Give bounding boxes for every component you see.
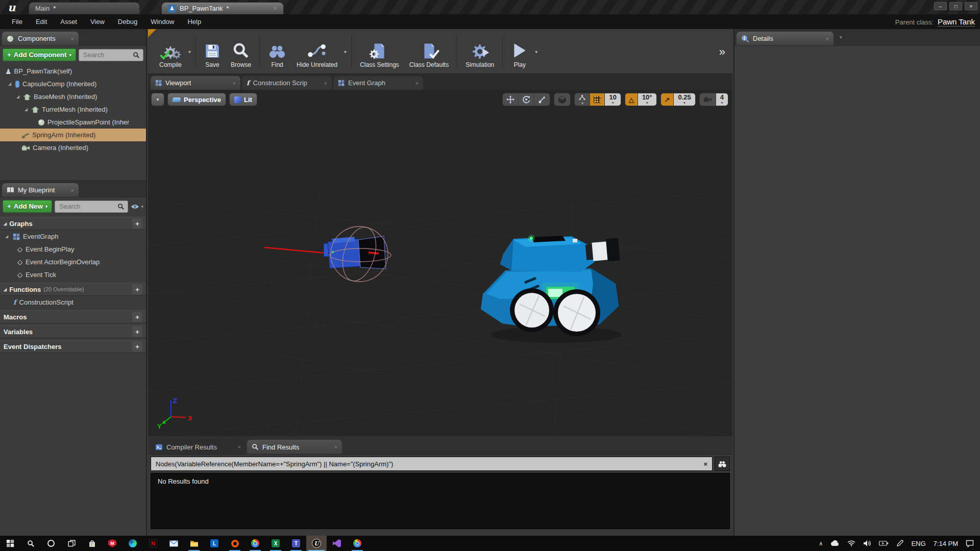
menu-file[interactable]: File [5,18,29,26]
tree-row-turretmesh[interactable]: ◢ TurretMesh (Inherited) [0,103,146,116]
simulation-button[interactable]: Simulation [460,31,499,72]
class-defaults-button[interactable]: Class Defaults [404,31,454,72]
move-tool-button[interactable] [503,93,518,106]
tray-expand-icon[interactable]: ∧ [819,540,823,547]
event-beginplay-row[interactable]: ◇ Event BeginPlay [0,243,146,256]
chrome-button[interactable] [245,536,265,551]
graphs-section-header[interactable]: ◢ Graphs + [0,217,146,230]
scale-snap-value-button[interactable]: 0.25▾ [673,93,695,106]
mail-button[interactable] [163,536,184,551]
battery-icon[interactable] [879,541,889,546]
maximize-button[interactable]: □ [949,2,962,10]
compile-button[interactable]: Compile [154,31,187,72]
rotate-tool-button[interactable] [518,93,534,106]
camera-speed-value-button[interactable]: 4▾ [716,93,728,106]
close-icon[interactable]: × [233,80,236,86]
netflix-button[interactable]: N [143,536,163,551]
asset-tab-main[interactable]: Main * [29,2,140,14]
excel-button[interactable]: X [265,536,286,551]
chrome-profile-button[interactable] [347,536,368,551]
find-button[interactable]: Find [263,31,291,72]
my-blueprint-tab[interactable]: My Blueprint × [2,183,79,197]
functions-section-header[interactable]: ◢ Functions (20 Overridable) + [0,283,146,296]
pen-icon[interactable] [896,540,903,547]
store-button[interactable] [82,536,102,551]
taskbar-search-button[interactable] [20,536,41,551]
tree-row-capsulecomp[interactable]: ◢ CapsuleComp (Inherited) [0,78,146,90]
file-explorer-button[interactable] [184,536,204,551]
visual-studio-button[interactable] [327,536,347,551]
hide-unrelated-button[interactable]: Hide Unrelated [291,31,342,72]
details-tab[interactable]: Details × [737,32,834,45]
asset-tab-bp-pawntank[interactable]: ♟ BP_PawnTank * × [161,2,284,14]
macros-section-header[interactable]: Macros + [0,310,146,323]
play-options-dropdown[interactable]: ▾ [533,49,539,55]
scale-tool-button[interactable] [534,93,550,106]
menu-view[interactable]: View [84,18,111,26]
close-icon[interactable]: × [826,36,829,42]
viewport-scene[interactable]: Z X Y [148,90,732,436]
add-function-button[interactable]: + [132,284,142,294]
construction-script-row[interactable]: f ConstructionScript [0,296,146,309]
expand-arrow-icon[interactable]: ◢ [23,107,29,112]
find-in-blueprints-button[interactable] [715,457,730,471]
compiler-results-tab[interactable]: Compiler Results × [151,440,246,454]
variables-section-header[interactable]: Variables + [0,325,146,338]
surface-snap-button[interactable]: ▾ [575,93,590,106]
grid-snap-toggle-button[interactable] [590,93,604,106]
close-icon[interactable]: × [415,80,419,86]
find-search-input[interactable]: Nodes(VariableReference(MemberName=+"Spr… [151,457,713,471]
minimize-button[interactable]: – [934,2,947,10]
add-variable-button[interactable]: + [132,327,142,337]
save-button[interactable]: Save [199,31,226,72]
rotation-snap-toggle-button[interactable]: △ [625,93,638,106]
find-results-tab[interactable]: Find Results × [247,440,342,454]
event-tick-row[interactable]: ◇ Event Tick [0,268,146,281]
volume-icon[interactable] [863,540,871,547]
tree-row-springarm[interactable]: SpringArm (Inherited) [0,129,146,141]
close-icon[interactable]: × [324,80,327,86]
tree-row-self[interactable]: ♟ BP_PawnTank(self) [0,65,146,78]
grid-snap-value-button[interactable]: 10▾ [604,93,620,106]
edge-button[interactable] [122,536,143,551]
viewport-3d[interactable]: ▾ Perspective Lit ▾ 10▾ [148,90,732,436]
action-center-icon[interactable] [966,540,974,547]
onedrive-icon[interactable] [830,540,840,546]
clear-search-icon[interactable]: × [698,460,707,468]
tab-overflow-dropdown[interactable]: ▾ [840,35,842,40]
tree-row-camera[interactable]: Camera (Inherited) [0,141,146,154]
add-new-button[interactable]: +Add New▾ [3,200,52,213]
my-blueprint-search-input[interactable] [58,202,117,211]
start-button[interactable] [0,536,20,551]
tree-row-projectilespawnpoint[interactable]: ProjectileSpawnPoint (Inher [0,116,146,129]
lit-mode-button[interactable]: Lit [229,93,257,106]
wifi-icon[interactable] [847,540,855,546]
tab-event-graph[interactable]: Event Graph × [333,76,423,90]
close-tab-icon[interactable]: × [274,5,277,12]
close-icon[interactable]: × [71,36,74,42]
mcafee-button[interactable]: M [102,536,122,551]
components-search[interactable] [79,49,143,61]
expand-arrow-icon[interactable]: ◢ [15,94,20,99]
add-graph-button[interactable]: + [132,218,142,229]
tab-viewport[interactable]: Viewport × [151,76,240,90]
add-component-button[interactable]: +Add Component▾ [3,48,76,61]
unreal-engine-button[interactable]: U [306,536,327,551]
components-tab[interactable]: Components × [2,32,79,45]
expand-arrow-icon[interactable]: ◢ [7,82,12,86]
language-indicator[interactable]: ENG [911,540,925,547]
cortana-button[interactable] [41,536,61,551]
close-icon[interactable]: × [334,444,337,450]
components-search-input[interactable] [82,51,133,59]
play-button[interactable]: Play [506,31,533,72]
camera-speed-button[interactable] [700,93,716,106]
visibility-filter-button[interactable]: ▾ [131,204,143,209]
task-view-button[interactable] [61,536,82,551]
office-button[interactable] [225,536,245,551]
my-blueprint-search[interactable] [55,201,128,213]
close-icon[interactable]: × [71,187,74,193]
menu-edit[interactable]: Edit [29,18,54,26]
menu-window[interactable]: Window [144,18,181,26]
close-window-button[interactable]: × [965,2,977,10]
compile-options-dropdown[interactable]: ▾ [187,49,192,55]
